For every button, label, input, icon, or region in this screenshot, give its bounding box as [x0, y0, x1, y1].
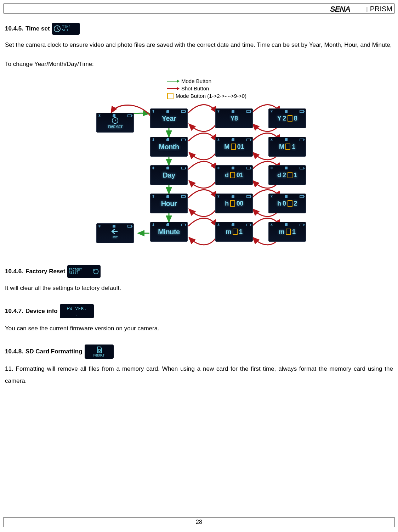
tile-year: Year: [150, 108, 188, 128]
chip-label: TIME SET: [62, 26, 78, 32]
section-body: Set the camera clock to ensure video and…: [5, 39, 393, 51]
svg-point-8: [98, 349, 101, 352]
tile-label: TIME SET: [108, 125, 123, 129]
section-factory-reset: 10.4.6. Factory Reset FACTORY RESET It w…: [5, 265, 393, 294]
time-set-diagram: Mode Button Shot Button Mode Button (1->…: [5, 77, 393, 254]
section-body: 11. Formatting will remove all files fro…: [5, 363, 393, 387]
section-heading-row: 10.4.5. Time set TIME SET: [5, 23, 393, 35]
tile-minute-right: m 1: [268, 222, 306, 242]
diagram-canvas: Mode Button Shot Button Mode Button (1->…: [89, 77, 309, 254]
section-number: 10.4.6.: [5, 268, 23, 275]
clock-icon: [53, 25, 61, 33]
section-title: Device info: [25, 308, 58, 315]
section-number: 10.4.7.: [5, 308, 23, 315]
section-sd-formatting: 10.4.8. SD Card Formatting FORMAT 11. Fo…: [5, 345, 393, 387]
sd-card-icon: [95, 346, 103, 353]
legend-yellow-box-icon: [167, 93, 174, 99]
fw-ver-icon: FW VER. _ . _: [60, 304, 94, 318]
tile-minute-mid: m1: [215, 222, 253, 242]
svg-text:SENA: SENA: [330, 5, 350, 13]
reset-icon: [92, 268, 100, 275]
section-title: SD Card Formatting: [25, 348, 83, 355]
header-bar: SENA | PRISM: [330, 5, 392, 13]
section-subtext: To change Year/Month/Day/Time:: [5, 58, 393, 70]
legend-green-arrow-icon: [167, 81, 179, 82]
chip-label: FW VER.: [67, 306, 87, 311]
tile-hour-mid: h00: [215, 194, 253, 213]
brand-divider: |: [366, 6, 368, 13]
section-number: 10.4.8.: [5, 348, 23, 355]
tile-minute: Minute: [150, 222, 188, 242]
section-heading-row: 10.4.7. Device info FW VER. _ . _: [5, 304, 393, 318]
sena-logo-svg: SENA: [330, 5, 364, 13]
content: 10.4.5. Time set TIME SET Set the camera…: [4, 23, 394, 397]
factory-reset-icon: FACTORY RESET: [67, 265, 101, 278]
section-heading-row: 10.4.8. SD Card Formatting FORMAT: [5, 345, 393, 359]
tile-year-right: Y 28: [268, 108, 306, 128]
footer: 28: [4, 517, 394, 527]
tile-label: EXIT: [113, 236, 118, 239]
tile-day-mid: d01: [215, 165, 253, 185]
legend-mode: Mode Button: [181, 77, 211, 85]
tile-day: Day: [150, 165, 188, 185]
tile-time-set: TIME SET: [96, 113, 134, 133]
tile-day-right: d 21: [268, 165, 306, 185]
diagram-legend: Mode Button Shot Button Mode Button (1->…: [167, 77, 246, 100]
legend-shot: Shot Button: [181, 85, 209, 92]
legend-red-arrow-icon: [167, 88, 179, 89]
tile-hour-right: h 02: [268, 194, 306, 213]
section-device-info: 10.4.7. Device info FW VER. _ . _ You ca…: [5, 304, 393, 335]
time-set-icon: TIME SET: [52, 23, 80, 35]
section-time-set: 10.4.5. Time set TIME SET Set the camera…: [5, 23, 393, 254]
chip-label: FACTORY RESET: [69, 269, 91, 274]
chip-label: FORMAT: [93, 354, 105, 357]
section-title: Time set: [25, 25, 50, 32]
brand-logo: SENA: [330, 5, 364, 13]
section-number: 10.4.5.: [5, 25, 23, 32]
section-heading-row: 10.4.6. Factory Reset FACTORY RESET: [5, 265, 393, 278]
tile-year-mid: Y8: [215, 108, 253, 128]
tile-exit: EXIT: [96, 223, 134, 243]
product-name: PRISM: [370, 5, 392, 13]
tile-month-right: M 1: [268, 137, 306, 157]
tile-hour: Hour: [150, 194, 188, 213]
section-body: It will clear all the settings to factor…: [5, 282, 393, 294]
legend-cycle: Mode Button (1->2->···->9->0): [176, 92, 246, 100]
section-body: You can see the current firmware version…: [5, 323, 393, 335]
tile-month: Month: [150, 137, 188, 157]
sd-format-icon: FORMAT: [85, 345, 114, 359]
page-number: 28: [196, 519, 202, 525]
section-title: Factory Reset: [25, 268, 65, 275]
tile-month-mid: M01: [215, 137, 253, 157]
